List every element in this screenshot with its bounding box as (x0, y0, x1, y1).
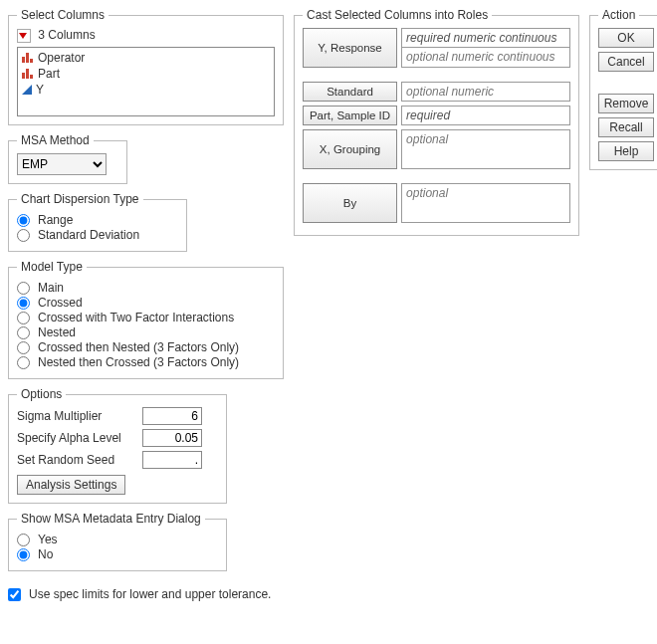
nominal-icon (22, 53, 34, 63)
columns-listbox[interactable]: Operator Part Y (17, 47, 275, 116)
model-crossed-radio[interactable]: Crossed (17, 296, 275, 310)
model-main-radio[interactable]: Main (17, 281, 275, 295)
action-group: Action OK Cancel Remove Recall Help (589, 8, 657, 170)
alpha-label: Specify Alpha Level (17, 431, 136, 445)
action-legend: Action (598, 8, 639, 22)
by-button[interactable]: By (303, 183, 397, 223)
msa-method-legend: MSA Method (17, 133, 94, 147)
chart-dispersion-group: Chart Dispersion Type Range Standard Dev… (8, 192, 187, 252)
cast-roles-group: Cast Selected Columns into Roles Y, Resp… (294, 8, 579, 236)
columns-disclosure-icon[interactable] (17, 29, 31, 43)
columns-count-row[interactable]: 3 Columns (17, 28, 275, 43)
sigma-input[interactable] (142, 407, 202, 425)
model-crossed-nested-radio[interactable]: Crossed then Nested (3 Factors Only) (17, 340, 275, 354)
spec-limits-checkbox[interactable]: Use spec limits for lower and upper tole… (8, 587, 284, 601)
metadata-dialog-group: Show MSA Metadata Entry Dialog Yes No (8, 512, 227, 571)
options-legend: Options (17, 387, 66, 401)
part-sampleid-button[interactable]: Part, Sample ID (303, 106, 397, 125)
metadata-dialog-legend: Show MSA Metadata Entry Dialog (17, 512, 205, 526)
x-grouping-button[interactable]: X, Grouping (303, 129, 397, 169)
seed-label: Set Random Seed (17, 453, 136, 467)
analysis-settings-button[interactable]: Analysis Settings (17, 475, 125, 495)
model-type-legend: Model Type (17, 260, 87, 274)
nominal-icon (22, 69, 34, 79)
msa-method-select[interactable]: EMP (17, 153, 107, 175)
model-crossed2fi-radio[interactable]: Crossed with Two Factor Interactions (17, 311, 275, 324)
list-item-label: Y (36, 83, 44, 97)
continuous-icon (22, 85, 32, 95)
columns-count-label: 3 Columns (38, 28, 95, 42)
by-field[interactable]: optional (401, 183, 570, 223)
standard-button[interactable]: Standard (303, 82, 397, 102)
dispersion-range-radio[interactable]: Range (17, 213, 178, 227)
remove-button[interactable]: Remove (598, 94, 654, 113)
alpha-input[interactable] (142, 429, 202, 447)
model-type-group: Model Type Main Crossed Crossed with Two… (8, 260, 284, 379)
standard-field[interactable]: optional numeric (401, 82, 570, 102)
cancel-button[interactable]: Cancel (598, 52, 654, 72)
ok-button[interactable]: OK (598, 28, 654, 48)
list-item-label: Operator (38, 51, 85, 65)
options-group: Options Sigma Multiplier Specify Alpha L… (8, 387, 227, 504)
model-nested-radio[interactable]: Nested (17, 325, 275, 339)
list-item[interactable]: Operator (20, 50, 272, 66)
msa-method-group: MSA Method EMP (8, 133, 127, 184)
sigma-label: Sigma Multiplier (17, 409, 136, 423)
cast-roles-legend: Cast Selected Columns into Roles (303, 8, 492, 22)
spec-limits-label: Use spec limits for lower and upper tole… (29, 587, 271, 601)
seed-input[interactable] (142, 451, 202, 469)
recall-button[interactable]: Recall (598, 117, 654, 137)
list-item-label: Part (38, 67, 60, 81)
select-columns-legend: Select Columns (17, 8, 109, 22)
select-columns-group: Select Columns 3 Columns Operator Part Y (8, 8, 284, 125)
model-nested-crossed-radio[interactable]: Nested then Crossed (3 Factors Only) (17, 355, 275, 369)
dispersion-stddev-radio[interactable]: Standard Deviation (17, 228, 178, 242)
list-item[interactable]: Part (20, 66, 272, 82)
metadata-yes-radio[interactable]: Yes (17, 533, 218, 546)
list-item[interactable]: Y (20, 82, 272, 98)
y-response-button[interactable]: Y, Response (303, 28, 397, 68)
chart-dispersion-legend: Chart Dispersion Type (17, 192, 143, 206)
help-button[interactable]: Help (598, 141, 654, 161)
y-response-optional-field[interactable]: optional numeric continuous (401, 48, 570, 68)
y-response-required-field[interactable]: required numeric continuous (401, 28, 570, 48)
metadata-no-radio[interactable]: No (17, 547, 218, 561)
part-sampleid-field[interactable]: required (401, 106, 570, 125)
x-grouping-field[interactable]: optional (401, 129, 570, 169)
